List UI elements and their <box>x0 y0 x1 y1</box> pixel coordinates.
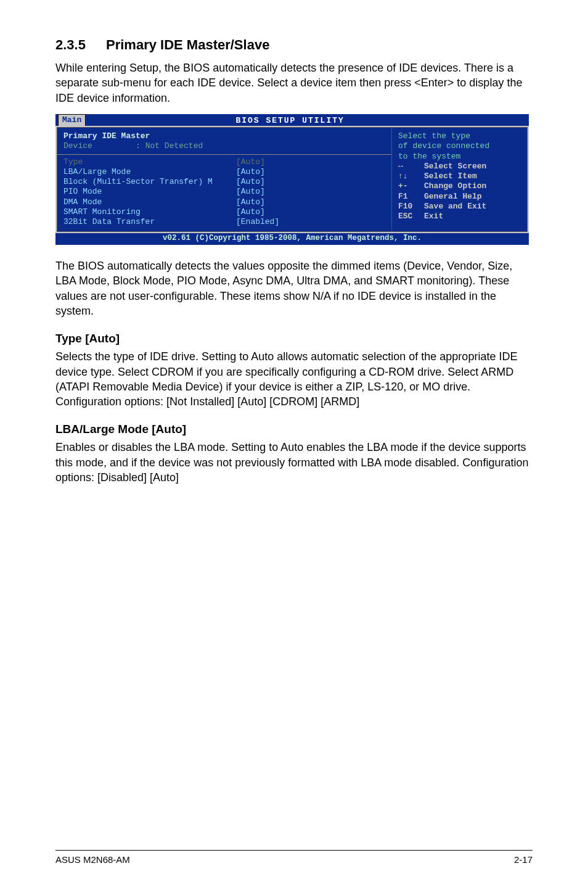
bios-help-text: Select the type of device connected to t… <box>398 131 521 162</box>
option-label: Block (Multi-Sector Transfer) M <box>63 177 236 187</box>
option-label: DMA Mode <box>63 197 236 207</box>
option-value: [Auto] <box>236 207 265 217</box>
option-value: [Auto] <box>236 187 265 197</box>
bios-utility-title: BIOS SETUP UTILITY <box>88 115 492 126</box>
footer-right: 2-17 <box>514 854 533 865</box>
bios-left-pane: Primary IDE Master Device : Not Detected… <box>57 127 392 232</box>
key-desc: Select Screen <box>424 162 486 171</box>
help-line: to the system <box>398 152 521 162</box>
option-row[interactable]: SMART Monitoring [Auto] <box>63 207 385 217</box>
section-number: 2.3.5 <box>55 37 106 53</box>
device-label: Device <box>63 141 92 151</box>
section-heading: 2.3.5Primary IDE Master/Slave <box>55 37 533 53</box>
bios-footer: v02.61 (C)Copyright 1985-2008, American … <box>55 233 529 245</box>
bios-titlebar: Main BIOS SETUP UTILITY <box>55 114 529 126</box>
key-desc: Save and Exit <box>424 202 486 212</box>
key-glyph: F1 <box>398 192 424 202</box>
help-line: Select the type <box>398 131 521 141</box>
device-row: Device : Not Detected <box>63 141 385 151</box>
paragraph-after-bios: The BIOS automatically detects the value… <box>55 258 533 318</box>
lba-body: Enables or disables the LBA mode. Settin… <box>55 440 533 485</box>
key-desc: Exit <box>424 212 443 221</box>
key-glyph: +- <box>398 181 424 191</box>
bios-right-pane: Select the type of device connected to t… <box>392 127 528 232</box>
lba-heading: LBA/Large Mode [Auto] <box>55 423 533 436</box>
option-row[interactable]: 32Bit Data Transfer [Enabled] <box>63 217 385 227</box>
footer-left: ASUS M2N68-AM <box>55 854 130 865</box>
bios-screenshot: Main BIOS SETUP UTILITY Primary IDE Mast… <box>55 114 529 245</box>
intro-paragraph: While entering Setup, the BIOS automatic… <box>55 60 533 105</box>
type-heading: Type [Auto] <box>55 332 533 345</box>
bios-key-legend: ↔Select Screen ↑↓Select Item +-Change Op… <box>398 162 521 228</box>
option-row[interactable]: PIO Mode [Auto] <box>63 187 385 197</box>
tab-main[interactable]: Main <box>58 114 86 126</box>
option-label: LBA/Large Mode <box>63 167 236 177</box>
page-footer: ASUS M2N68-AM 2-17 <box>55 850 533 865</box>
key-glyph: ↑↓ <box>398 171 424 181</box>
option-row[interactable]: LBA/Large Mode [Auto] <box>63 167 385 177</box>
key-glyph: F10 <box>398 202 424 212</box>
option-row[interactable]: Type [Auto] <box>63 157 385 167</box>
option-value: [Auto] <box>236 157 265 167</box>
type-body: Selects the type of IDE drive. Setting t… <box>55 349 533 409</box>
option-value: [Enabled] <box>236 217 279 227</box>
section-title: Primary IDE Master/Slave <box>106 37 269 52</box>
option-row[interactable]: Block (Multi-Sector Transfer) M [Auto] <box>63 177 385 187</box>
device-sep: : <box>136 141 141 151</box>
key-glyph: ↔ <box>398 162 424 171</box>
key-desc: General Help <box>424 192 482 202</box>
bios-options-list: Type [Auto] LBA/Large Mode [Auto] Block … <box>63 157 385 228</box>
device-value: Not Detected <box>145 141 203 151</box>
key-glyph: ESC <box>398 212 424 221</box>
option-value: [Auto] <box>236 167 265 177</box>
option-value: [Auto] <box>236 177 265 187</box>
option-label: Type <box>63 157 236 167</box>
pane-divider <box>57 154 391 155</box>
option-label: 32Bit Data Transfer <box>63 217 236 227</box>
key-desc: Change Option <box>424 181 486 191</box>
option-label: SMART Monitoring <box>63 207 236 217</box>
option-value: [Auto] <box>236 197 265 207</box>
option-label: PIO Mode <box>63 187 236 197</box>
key-desc: Select Item <box>424 171 477 181</box>
bios-heading: Primary IDE Master <box>63 131 236 141</box>
option-row[interactable]: DMA Mode [Auto] <box>63 197 385 207</box>
help-line: of device connected <box>398 141 521 151</box>
